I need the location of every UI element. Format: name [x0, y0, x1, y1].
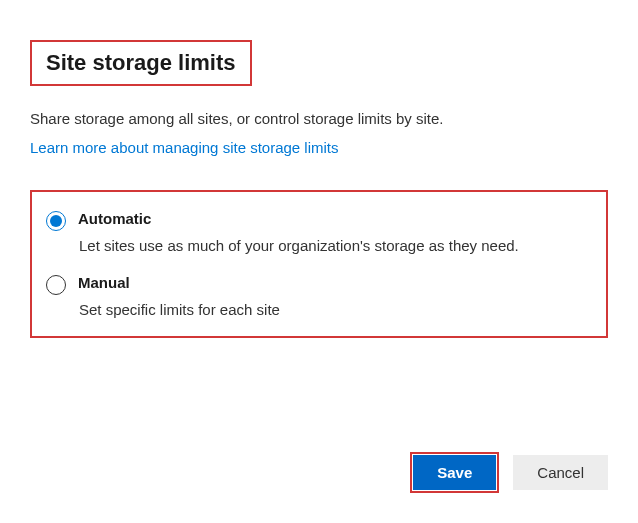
options-highlight-box: Automatic Let sites use as much of your …	[30, 190, 608, 338]
radio-description-automatic: Let sites use as much of your organizati…	[79, 237, 592, 254]
radio-icon	[46, 211, 66, 231]
save-highlight-box: Save	[410, 452, 499, 493]
save-button[interactable]: Save	[413, 455, 496, 490]
learn-more-link[interactable]: Learn more about managing site storage l…	[30, 139, 339, 156]
radio-option-automatic[interactable]: Automatic	[46, 210, 592, 231]
page-title: Site storage limits	[46, 50, 236, 76]
radio-dot-icon	[50, 215, 62, 227]
radio-label-automatic: Automatic	[78, 210, 151, 227]
radio-label-manual: Manual	[78, 274, 130, 291]
title-highlight-box: Site storage limits	[30, 40, 252, 86]
button-row: Save Cancel	[410, 452, 608, 493]
radio-option-manual[interactable]: Manual	[46, 274, 592, 295]
cancel-button[interactable]: Cancel	[513, 455, 608, 490]
radio-description-manual: Set specific limits for each site	[79, 301, 592, 318]
page-description: Share storage among all sites, or contro…	[30, 110, 608, 127]
radio-icon	[46, 275, 66, 295]
